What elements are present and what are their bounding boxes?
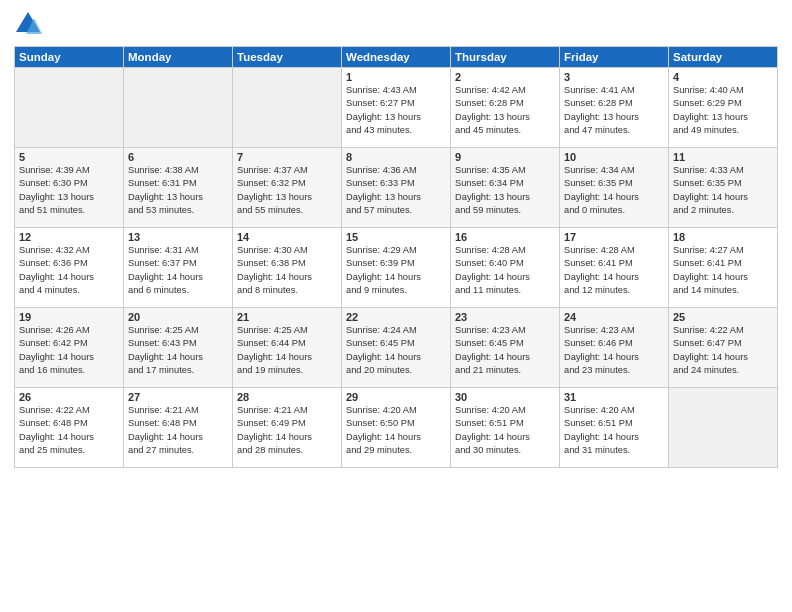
day-number: 9 (455, 151, 555, 163)
day-cell: 29Sunrise: 4:20 AM Sunset: 6:50 PM Dayli… (342, 388, 451, 468)
week-row-2: 5Sunrise: 4:39 AM Sunset: 6:30 PM Daylig… (15, 148, 778, 228)
day-info: Sunrise: 4:38 AM Sunset: 6:31 PM Dayligh… (128, 164, 228, 218)
day-cell: 11Sunrise: 4:33 AM Sunset: 6:35 PM Dayli… (669, 148, 778, 228)
calendar-table: SundayMondayTuesdayWednesdayThursdayFrid… (14, 46, 778, 468)
week-row-3: 12Sunrise: 4:32 AM Sunset: 6:36 PM Dayli… (15, 228, 778, 308)
header (14, 10, 778, 38)
day-number: 27 (128, 391, 228, 403)
day-number: 31 (564, 391, 664, 403)
week-row-1: 1Sunrise: 4:43 AM Sunset: 6:27 PM Daylig… (15, 68, 778, 148)
day-cell (124, 68, 233, 148)
day-cell: 19Sunrise: 4:26 AM Sunset: 6:42 PM Dayli… (15, 308, 124, 388)
header-cell-saturday: Saturday (669, 47, 778, 68)
day-cell: 16Sunrise: 4:28 AM Sunset: 6:40 PM Dayli… (451, 228, 560, 308)
day-cell: 17Sunrise: 4:28 AM Sunset: 6:41 PM Dayli… (560, 228, 669, 308)
day-number: 15 (346, 231, 446, 243)
header-cell-monday: Monday (124, 47, 233, 68)
day-number: 30 (455, 391, 555, 403)
day-info: Sunrise: 4:20 AM Sunset: 6:51 PM Dayligh… (564, 404, 664, 458)
day-info: Sunrise: 4:37 AM Sunset: 6:32 PM Dayligh… (237, 164, 337, 218)
day-info: Sunrise: 4:36 AM Sunset: 6:33 PM Dayligh… (346, 164, 446, 218)
day-cell (15, 68, 124, 148)
day-cell: 10Sunrise: 4:34 AM Sunset: 6:35 PM Dayli… (560, 148, 669, 228)
week-row-5: 26Sunrise: 4:22 AM Sunset: 6:48 PM Dayli… (15, 388, 778, 468)
day-number: 17 (564, 231, 664, 243)
header-cell-tuesday: Tuesday (233, 47, 342, 68)
day-cell: 12Sunrise: 4:32 AM Sunset: 6:36 PM Dayli… (15, 228, 124, 308)
day-cell: 21Sunrise: 4:25 AM Sunset: 6:44 PM Dayli… (233, 308, 342, 388)
day-number: 22 (346, 311, 446, 323)
day-info: Sunrise: 4:21 AM Sunset: 6:49 PM Dayligh… (237, 404, 337, 458)
day-info: Sunrise: 4:28 AM Sunset: 6:41 PM Dayligh… (564, 244, 664, 298)
day-cell: 20Sunrise: 4:25 AM Sunset: 6:43 PM Dayli… (124, 308, 233, 388)
header-cell-friday: Friday (560, 47, 669, 68)
day-number: 4 (673, 71, 773, 83)
day-number: 25 (673, 311, 773, 323)
day-info: Sunrise: 4:30 AM Sunset: 6:38 PM Dayligh… (237, 244, 337, 298)
day-cell: 8Sunrise: 4:36 AM Sunset: 6:33 PM Daylig… (342, 148, 451, 228)
day-info: Sunrise: 4:41 AM Sunset: 6:28 PM Dayligh… (564, 84, 664, 138)
day-number: 21 (237, 311, 337, 323)
day-info: Sunrise: 4:40 AM Sunset: 6:29 PM Dayligh… (673, 84, 773, 138)
day-cell: 7Sunrise: 4:37 AM Sunset: 6:32 PM Daylig… (233, 148, 342, 228)
day-cell: 2Sunrise: 4:42 AM Sunset: 6:28 PM Daylig… (451, 68, 560, 148)
day-number: 7 (237, 151, 337, 163)
day-info: Sunrise: 4:22 AM Sunset: 6:48 PM Dayligh… (19, 404, 119, 458)
day-cell: 13Sunrise: 4:31 AM Sunset: 6:37 PM Dayli… (124, 228, 233, 308)
day-info: Sunrise: 4:25 AM Sunset: 6:43 PM Dayligh… (128, 324, 228, 378)
day-cell: 14Sunrise: 4:30 AM Sunset: 6:38 PM Dayli… (233, 228, 342, 308)
day-cell: 22Sunrise: 4:24 AM Sunset: 6:45 PM Dayli… (342, 308, 451, 388)
day-cell: 23Sunrise: 4:23 AM Sunset: 6:45 PM Dayli… (451, 308, 560, 388)
day-number: 6 (128, 151, 228, 163)
day-info: Sunrise: 4:22 AM Sunset: 6:47 PM Dayligh… (673, 324, 773, 378)
day-number: 14 (237, 231, 337, 243)
day-cell: 3Sunrise: 4:41 AM Sunset: 6:28 PM Daylig… (560, 68, 669, 148)
day-cell: 27Sunrise: 4:21 AM Sunset: 6:48 PM Dayli… (124, 388, 233, 468)
page: SundayMondayTuesdayWednesdayThursdayFrid… (0, 0, 792, 612)
day-number: 3 (564, 71, 664, 83)
day-cell: 24Sunrise: 4:23 AM Sunset: 6:46 PM Dayli… (560, 308, 669, 388)
day-number: 26 (19, 391, 119, 403)
logo-icon (14, 10, 42, 38)
day-info: Sunrise: 4:34 AM Sunset: 6:35 PM Dayligh… (564, 164, 664, 218)
day-cell: 4Sunrise: 4:40 AM Sunset: 6:29 PM Daylig… (669, 68, 778, 148)
day-info: Sunrise: 4:43 AM Sunset: 6:27 PM Dayligh… (346, 84, 446, 138)
day-number: 2 (455, 71, 555, 83)
day-number: 13 (128, 231, 228, 243)
day-number: 16 (455, 231, 555, 243)
day-number: 1 (346, 71, 446, 83)
day-cell (233, 68, 342, 148)
calendar-body: 1Sunrise: 4:43 AM Sunset: 6:27 PM Daylig… (15, 68, 778, 468)
day-info: Sunrise: 4:21 AM Sunset: 6:48 PM Dayligh… (128, 404, 228, 458)
day-number: 29 (346, 391, 446, 403)
day-cell: 1Sunrise: 4:43 AM Sunset: 6:27 PM Daylig… (342, 68, 451, 148)
day-cell: 18Sunrise: 4:27 AM Sunset: 6:41 PM Dayli… (669, 228, 778, 308)
day-cell: 15Sunrise: 4:29 AM Sunset: 6:39 PM Dayli… (342, 228, 451, 308)
day-cell: 25Sunrise: 4:22 AM Sunset: 6:47 PM Dayli… (669, 308, 778, 388)
day-cell: 26Sunrise: 4:22 AM Sunset: 6:48 PM Dayli… (15, 388, 124, 468)
day-info: Sunrise: 4:35 AM Sunset: 6:34 PM Dayligh… (455, 164, 555, 218)
day-info: Sunrise: 4:29 AM Sunset: 6:39 PM Dayligh… (346, 244, 446, 298)
day-info: Sunrise: 4:23 AM Sunset: 6:46 PM Dayligh… (564, 324, 664, 378)
header-cell-sunday: Sunday (15, 47, 124, 68)
day-info: Sunrise: 4:20 AM Sunset: 6:50 PM Dayligh… (346, 404, 446, 458)
day-info: Sunrise: 4:39 AM Sunset: 6:30 PM Dayligh… (19, 164, 119, 218)
day-cell: 9Sunrise: 4:35 AM Sunset: 6:34 PM Daylig… (451, 148, 560, 228)
calendar-header: SundayMondayTuesdayWednesdayThursdayFrid… (15, 47, 778, 68)
day-info: Sunrise: 4:24 AM Sunset: 6:45 PM Dayligh… (346, 324, 446, 378)
day-number: 20 (128, 311, 228, 323)
header-row: SundayMondayTuesdayWednesdayThursdayFrid… (15, 47, 778, 68)
header-cell-wednesday: Wednesday (342, 47, 451, 68)
day-info: Sunrise: 4:33 AM Sunset: 6:35 PM Dayligh… (673, 164, 773, 218)
day-cell: 5Sunrise: 4:39 AM Sunset: 6:30 PM Daylig… (15, 148, 124, 228)
day-number: 10 (564, 151, 664, 163)
day-number: 5 (19, 151, 119, 163)
day-info: Sunrise: 4:32 AM Sunset: 6:36 PM Dayligh… (19, 244, 119, 298)
day-number: 8 (346, 151, 446, 163)
week-row-4: 19Sunrise: 4:26 AM Sunset: 6:42 PM Dayli… (15, 308, 778, 388)
day-info: Sunrise: 4:26 AM Sunset: 6:42 PM Dayligh… (19, 324, 119, 378)
day-number: 18 (673, 231, 773, 243)
day-cell: 30Sunrise: 4:20 AM Sunset: 6:51 PM Dayli… (451, 388, 560, 468)
day-cell (669, 388, 778, 468)
header-cell-thursday: Thursday (451, 47, 560, 68)
